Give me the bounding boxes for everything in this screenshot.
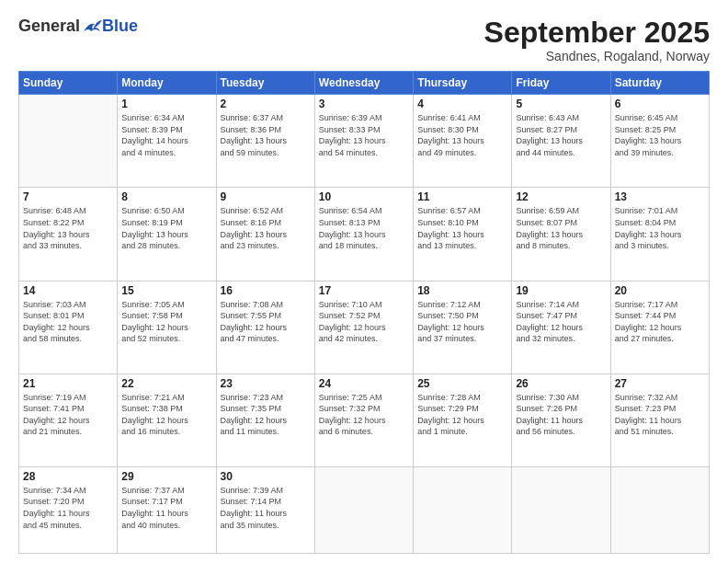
calendar-cell: 28Sunrise: 7:34 AM Sunset: 7:20 PM Dayli… [19, 466, 118, 553]
day-info: Sunrise: 7:21 AM Sunset: 7:38 PM Dayligh… [121, 392, 211, 438]
day-info: Sunrise: 6:54 AM Sunset: 8:13 PM Dayligh… [319, 205, 409, 251]
calendar-cell [512, 466, 610, 553]
day-number: 9 [221, 190, 311, 203]
day-info: Sunrise: 6:43 AM Sunset: 8:27 PM Dayligh… [516, 112, 606, 158]
calendar-cell: 5Sunrise: 6:43 AM Sunset: 8:27 PM Daylig… [512, 95, 610, 188]
title-block: September 2025 Sandnes, Rogaland, Norway [484, 17, 710, 63]
calendar-cell: 7Sunrise: 6:48 AM Sunset: 8:22 PM Daylig… [19, 188, 118, 281]
day-info: Sunrise: 7:01 AM Sunset: 8:04 PM Dayligh… [615, 205, 705, 251]
week-row-3: 14Sunrise: 7:03 AM Sunset: 8:01 PM Dayli… [19, 281, 710, 373]
day-info: Sunrise: 7:32 AM Sunset: 7:23 PM Dayligh… [615, 392, 705, 438]
calendar-cell: 22Sunrise: 7:21 AM Sunset: 7:38 PM Dayli… [118, 373, 216, 466]
day-number: 24 [319, 377, 409, 390]
day-number: 10 [319, 190, 409, 203]
day-number: 23 [221, 377, 311, 390]
weekday-header-monday: Monday [118, 72, 216, 95]
calendar-cell: 9Sunrise: 6:52 AM Sunset: 8:16 PM Daylig… [216, 188, 314, 281]
day-number: 2 [221, 98, 311, 110]
day-number: 12 [516, 190, 606, 203]
calendar-cell: 16Sunrise: 7:08 AM Sunset: 7:55 PM Dayli… [216, 281, 314, 373]
day-info: Sunrise: 7:14 AM Sunset: 7:47 PM Dayligh… [516, 299, 606, 345]
week-row-1: 1Sunrise: 6:34 AM Sunset: 8:39 PM Daylig… [19, 95, 710, 188]
day-number: 27 [615, 377, 705, 390]
day-info: Sunrise: 7:19 AM Sunset: 7:41 PM Dayligh… [23, 392, 113, 438]
day-number: 7 [23, 190, 113, 203]
day-info: Sunrise: 7:39 AM Sunset: 7:14 PM Dayligh… [221, 485, 311, 531]
header: General Blue September 2025 Sandnes, Rog… [18, 17, 710, 63]
calendar-cell: 14Sunrise: 7:03 AM Sunset: 8:01 PM Dayli… [19, 281, 118, 373]
calendar-cell: 12Sunrise: 6:59 AM Sunset: 8:07 PM Dayli… [512, 188, 610, 281]
day-info: Sunrise: 6:34 AM Sunset: 8:39 PM Dayligh… [121, 112, 211, 158]
calendar-cell: 8Sunrise: 6:50 AM Sunset: 8:19 PM Daylig… [118, 188, 216, 281]
day-info: Sunrise: 6:39 AM Sunset: 8:33 PM Dayligh… [319, 112, 409, 158]
day-info: Sunrise: 6:59 AM Sunset: 8:07 PM Dayligh… [516, 205, 606, 251]
logo-bird-icon [82, 18, 102, 35]
day-info: Sunrise: 7:08 AM Sunset: 7:55 PM Dayligh… [221, 299, 311, 345]
weekday-header-sunday: Sunday [19, 72, 118, 95]
calendar-cell: 15Sunrise: 7:05 AM Sunset: 7:58 PM Dayli… [118, 281, 216, 373]
day-info: Sunrise: 6:48 AM Sunset: 8:22 PM Dayligh… [23, 205, 113, 251]
calendar-cell: 2Sunrise: 6:37 AM Sunset: 8:36 PM Daylig… [216, 95, 314, 188]
location-subtitle: Sandnes, Rogaland, Norway [484, 49, 710, 63]
day-info: Sunrise: 7:30 AM Sunset: 7:26 PM Dayligh… [516, 392, 606, 438]
day-number: 29 [121, 470, 211, 483]
day-number: 13 [615, 190, 705, 203]
calendar-cell: 21Sunrise: 7:19 AM Sunset: 7:41 PM Dayli… [19, 373, 118, 466]
calendar-cell: 13Sunrise: 7:01 AM Sunset: 8:04 PM Dayli… [610, 188, 709, 281]
day-info: Sunrise: 7:05 AM Sunset: 7:58 PM Dayligh… [121, 299, 211, 345]
day-info: Sunrise: 6:41 AM Sunset: 8:30 PM Dayligh… [417, 112, 507, 158]
day-number: 1 [121, 98, 211, 110]
calendar-cell: 3Sunrise: 6:39 AM Sunset: 8:33 PM Daylig… [314, 95, 413, 188]
day-info: Sunrise: 6:37 AM Sunset: 8:36 PM Dayligh… [221, 112, 311, 158]
calendar-cell [610, 466, 709, 553]
day-info: Sunrise: 7:17 AM Sunset: 7:44 PM Dayligh… [615, 299, 705, 345]
calendar-cell: 17Sunrise: 7:10 AM Sunset: 7:52 PM Dayli… [314, 281, 413, 373]
day-number: 19 [516, 284, 606, 297]
page: General Blue September 2025 Sandnes, Rog… [0, 0, 728, 563]
day-number: 20 [615, 284, 705, 297]
day-number: 26 [516, 377, 606, 390]
calendar-cell [414, 466, 512, 553]
day-info: Sunrise: 7:25 AM Sunset: 7:32 PM Dayligh… [319, 392, 409, 438]
weekday-header-wednesday: Wednesday [314, 72, 413, 95]
day-number: 18 [417, 284, 507, 297]
day-number: 25 [417, 377, 507, 390]
weekday-header-tuesday: Tuesday [216, 72, 314, 95]
weekday-header-thursday: Thursday [414, 72, 512, 95]
calendar-cell [19, 95, 118, 188]
calendar-cell: 26Sunrise: 7:30 AM Sunset: 7:26 PM Dayli… [512, 373, 610, 466]
day-info: Sunrise: 6:52 AM Sunset: 8:16 PM Dayligh… [221, 205, 311, 251]
logo: General Blue [18, 17, 138, 36]
calendar-cell: 30Sunrise: 7:39 AM Sunset: 7:14 PM Dayli… [216, 466, 314, 553]
day-number: 30 [221, 470, 311, 483]
day-info: Sunrise: 7:12 AM Sunset: 7:50 PM Dayligh… [417, 299, 507, 345]
day-info: Sunrise: 7:23 AM Sunset: 7:35 PM Dayligh… [221, 392, 311, 438]
day-info: Sunrise: 7:34 AM Sunset: 7:20 PM Dayligh… [23, 485, 113, 531]
calendar-cell: 4Sunrise: 6:41 AM Sunset: 8:30 PM Daylig… [414, 95, 512, 188]
day-number: 16 [221, 284, 311, 297]
day-info: Sunrise: 7:10 AM Sunset: 7:52 PM Dayligh… [319, 299, 409, 345]
day-number: 21 [23, 377, 113, 390]
logo-general-text: General [18, 17, 80, 36]
calendar-cell: 24Sunrise: 7:25 AM Sunset: 7:32 PM Dayli… [314, 373, 413, 466]
calendar-cell: 1Sunrise: 6:34 AM Sunset: 8:39 PM Daylig… [118, 95, 216, 188]
day-number: 28 [23, 470, 113, 483]
calendar-cell: 10Sunrise: 6:54 AM Sunset: 8:13 PM Dayli… [314, 188, 413, 281]
day-number: 3 [319, 98, 409, 110]
week-row-5: 28Sunrise: 7:34 AM Sunset: 7:20 PM Dayli… [19, 466, 710, 553]
calendar-cell: 27Sunrise: 7:32 AM Sunset: 7:23 PM Dayli… [610, 373, 709, 466]
weekday-header-friday: Friday [512, 72, 610, 95]
day-number: 22 [121, 377, 211, 390]
day-info: Sunrise: 7:03 AM Sunset: 8:01 PM Dayligh… [23, 299, 113, 345]
calendar-cell: 6Sunrise: 6:45 AM Sunset: 8:25 PM Daylig… [610, 95, 709, 188]
calendar-cell: 11Sunrise: 6:57 AM Sunset: 8:10 PM Dayli… [414, 188, 512, 281]
month-title: September 2025 [484, 17, 710, 49]
day-info: Sunrise: 7:37 AM Sunset: 7:17 PM Dayligh… [121, 485, 211, 531]
calendar-cell: 23Sunrise: 7:23 AM Sunset: 7:35 PM Dayli… [216, 373, 314, 466]
calendar-table: SundayMondayTuesdayWednesdayThursdayFrid… [18, 71, 710, 554]
calendar-cell: 19Sunrise: 7:14 AM Sunset: 7:47 PM Dayli… [512, 281, 610, 373]
week-row-2: 7Sunrise: 6:48 AM Sunset: 8:22 PM Daylig… [19, 188, 710, 281]
day-number: 8 [121, 190, 211, 203]
day-info: Sunrise: 7:28 AM Sunset: 7:29 PM Dayligh… [417, 392, 507, 438]
day-number: 4 [417, 98, 507, 110]
